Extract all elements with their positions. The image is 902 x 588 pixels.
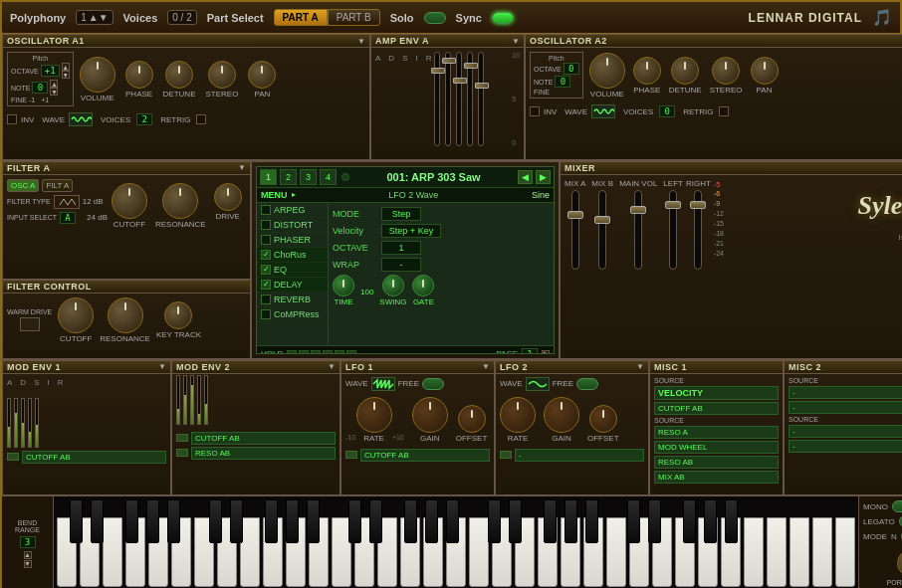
key-e5[interactable] (744, 517, 764, 587)
hold-step-1[interactable] (287, 350, 297, 354)
lfo2-gain-knob[interactable] (544, 397, 579, 433)
wrap-value[interactable]: - (381, 258, 421, 272)
lfo1-gain-knob[interactable] (412, 397, 448, 433)
mode-value[interactable]: Step (381, 207, 421, 221)
polyphony-control[interactable]: 1 ▲▼ (76, 10, 113, 25)
osc-a2-volume-knob[interactable] (589, 53, 625, 89)
effect-distort[interactable]: DISTORT (257, 218, 328, 233)
velocity-value[interactable]: Step + Key (381, 224, 441, 238)
octave-down[interactable]: ▼ (62, 71, 70, 79)
menu-label[interactable]: MENU (261, 190, 288, 200)
lfo2-target-led[interactable] (500, 451, 512, 459)
note-up[interactable]: ▲ (50, 80, 58, 88)
me1-target1[interactable]: CUTOFF AB (22, 451, 166, 464)
key-a5[interactable] (812, 517, 832, 587)
phase-knob[interactable] (125, 61, 153, 89)
preset-next-btn[interactable]: ▶ (536, 170, 551, 184)
key-cs2[interactable] (209, 499, 222, 543)
key-cs3[interactable] (348, 499, 361, 543)
effect-distort-check[interactable] (261, 220, 271, 230)
key-as4[interactable] (585, 499, 598, 543)
effect-delay[interactable]: ✓ DELAY (257, 278, 328, 293)
misc1-target3[interactable]: RESO AB (654, 456, 779, 469)
misc1-target4[interactable]: MIX AB (654, 471, 779, 484)
effect-eq[interactable]: ✓ EQ (257, 263, 328, 278)
misc1-source2-value[interactable]: RESO A (654, 426, 779, 439)
me2-bar-r[interactable] (204, 375, 208, 425)
mod-env1-dropdown[interactable]: ▼ (158, 362, 166, 371)
fader-i[interactable] (467, 52, 473, 146)
me2-target1[interactable]: CUTOFF AB (191, 432, 336, 445)
effect-phaser[interactable]: PHASER (257, 233, 328, 248)
lfo1-offset-knob[interactable] (458, 405, 486, 433)
display-tab-4[interactable]: 4 (320, 169, 337, 185)
hold-step-4[interactable] (323, 350, 333, 354)
fader-s[interactable] (456, 52, 462, 146)
osc-a2-retrig-checkbox[interactable] (719, 106, 729, 116)
key-gs4[interactable] (564, 499, 577, 543)
key-fs5[interactable] (683, 499, 696, 543)
key-as5[interactable] (725, 499, 738, 543)
right-fader[interactable] (694, 190, 702, 270)
filter-type-selector[interactable] (54, 195, 80, 209)
lfo2-free-toggle[interactable] (576, 378, 598, 390)
lfo1-free-toggle[interactable] (422, 378, 444, 390)
sync-toggle[interactable] (492, 12, 514, 24)
key-f4[interactable] (606, 517, 626, 587)
note-down[interactable]: ▼ (50, 88, 58, 96)
key-b5[interactable] (835, 517, 855, 587)
key-gs2[interactable] (286, 499, 299, 543)
key-g3[interactable] (469, 517, 489, 587)
me2-bar-i[interactable] (197, 375, 201, 425)
key-fs2[interactable] (265, 499, 278, 543)
osc-a1-dropdown[interactable]: ▼ (357, 37, 365, 46)
stereo-knob[interactable] (208, 61, 236, 89)
hold-step-2[interactable] (299, 350, 309, 354)
drive-knob[interactable] (214, 183, 242, 211)
lfo1-dropdown[interactable]: ▼ (482, 362, 490, 371)
hold-step-6[interactable] (346, 350, 356, 354)
key-as3[interactable] (446, 499, 459, 543)
detune-knob[interactable] (165, 61, 193, 89)
effect-chorus[interactable]: ✓ ChoRus (257, 248, 328, 263)
me1-bar-i[interactable] (28, 398, 32, 448)
misc1-target1[interactable]: CUTOFF AB (654, 402, 779, 415)
me2-bar-a[interactable] (176, 375, 180, 425)
key-fs1[interactable] (125, 499, 138, 543)
effect-arpeg-check[interactable] (261, 205, 271, 215)
octave-arrows[interactable]: ▲ ▼ (62, 63, 70, 79)
effect-arpeg[interactable]: ARPEG (257, 203, 328, 218)
key-g5[interactable] (789, 517, 809, 587)
misc2-source1-value[interactable]: - (789, 386, 902, 399)
hold-step-5[interactable] (335, 350, 344, 354)
voices-value-osc[interactable]: 2 (136, 113, 152, 125)
lfo2-offset-knob[interactable] (589, 405, 617, 433)
effect-eq-check[interactable]: ✓ (261, 265, 271, 275)
main-vol-fader[interactable] (634, 190, 642, 270)
me1-target1-led[interactable] (7, 453, 19, 461)
filter-a-dropdown[interactable]: ▼ (238, 163, 246, 172)
solo-toggle[interactable] (424, 12, 446, 24)
octave-param-value[interactable]: 1 (381, 241, 421, 255)
inv-checkbox[interactable] (7, 114, 17, 124)
me2-target2[interactable]: RESO AB (191, 447, 336, 460)
key-gs3[interactable] (425, 499, 438, 543)
gate-knob[interactable] (412, 275, 434, 296)
me2-bar-d[interactable] (183, 375, 187, 425)
key-ds4[interactable] (509, 499, 522, 543)
page-nav[interactable]: ▶ (542, 350, 550, 354)
me1-bar-s[interactable] (21, 398, 25, 448)
osc-a2-pan-knob[interactable] (751, 57, 779, 85)
lfo2-target[interactable]: - (515, 449, 644, 462)
fader-d[interactable] (445, 52, 451, 146)
cutoff-knob[interactable] (112, 183, 147, 219)
wave-display[interactable] (69, 112, 93, 126)
effect-delay-check[interactable]: ✓ (261, 280, 271, 290)
key-f5[interactable] (767, 517, 787, 587)
me1-bar-r[interactable] (35, 398, 39, 448)
misc2-source2-value[interactable]: - (789, 425, 902, 438)
lfo2-rate-knob[interactable] (500, 397, 536, 433)
me1-bar-a[interactable] (7, 398, 11, 448)
misc2-target1[interactable]: - (789, 401, 902, 414)
ctrl-cutoff-knob[interactable] (58, 297, 94, 333)
